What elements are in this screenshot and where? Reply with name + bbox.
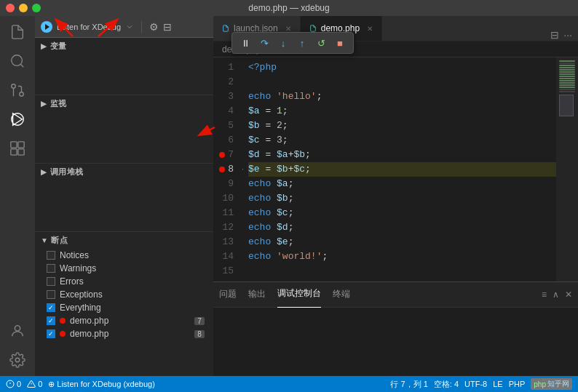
activity-icon-account[interactable] — [7, 321, 28, 341]
editor-area: launch.json ✕ demo.php ✕ ⊟ ··· demo.php … — [213, 16, 578, 376]
debug-restart-button[interactable]: ↺ — [312, 35, 330, 51]
php-text: php — [534, 380, 546, 388]
bp-everything-checkbox[interactable] — [47, 303, 55, 312]
statusbar-php-badge: php 知乎网 — [531, 378, 572, 390]
debug-pause-button[interactable]: ⏸ — [237, 35, 254, 51]
dropdown-arrow-icon[interactable] — [125, 23, 134, 31]
line-numbers: 123456789101112131415 — [213, 57, 242, 281]
statusbar-language[interactable]: PHP — [509, 380, 526, 388]
activity-icon-debug[interactable] — [7, 109, 28, 129]
bp-exceptions-label: Exceptions — [60, 289, 103, 300]
bp-notices-label: Notices — [60, 250, 89, 260]
minimap-line — [559, 71, 575, 73]
minimap-line — [559, 87, 575, 88]
code-line-14: echo 'world!'; — [248, 249, 556, 264]
bp-errors[interactable]: Errors — [35, 275, 213, 288]
debug-step-out-button[interactable]: ↑ — [293, 35, 311, 51]
tab-launch-json-close[interactable]: ✕ — [285, 25, 291, 33]
toolbar-separator — [141, 21, 142, 33]
bp-warnings-label: Warnings — [60, 263, 96, 273]
tab-demo-php-close[interactable]: ✕ — [367, 25, 373, 33]
bp-everything[interactable]: Everything — [35, 301, 213, 314]
activity-icon-files[interactable] — [7, 22, 28, 42]
window-controls[interactable] — [6, 4, 41, 12]
bp-demo-php-1-label: demo.php — [70, 316, 108, 326]
variables-chevron: ▶ — [41, 42, 47, 50]
code-line-12: echo $d; — [248, 220, 556, 235]
breakpoints-label: 断点 — [51, 235, 68, 246]
debug-step-into-button[interactable]: ↓ — [274, 35, 292, 51]
maximize-button[interactable] — [32, 4, 41, 12]
code-lines[interactable]: <?php echo 'hello';$a = 1;$b = 2;$c = 3;… — [242, 57, 556, 281]
activity-icon-extensions[interactable] — [7, 138, 28, 159]
statusbar: 0 0 ⊕ Listen for XDebug (xdebug) 行 7，列 1… — [0, 376, 578, 392]
panel-close-icon[interactable]: ✕ — [565, 289, 572, 300]
svg-point-3 — [12, 84, 16, 89]
statusbar-left: 0 0 — [6, 380, 42, 388]
statusbar-errors[interactable]: 0 — [6, 380, 21, 388]
bp-exceptions-checkbox[interactable] — [47, 290, 55, 299]
svg-marker-5 — [13, 113, 23, 126]
panel-sort-icon[interactable]: ≡ — [542, 289, 547, 300]
debug-play-button[interactable] — [41, 21, 52, 33]
watchpoints-chevron: ▶ — [41, 100, 47, 108]
bp-errors-checkbox[interactable] — [47, 277, 55, 286]
activity-icon-search[interactable] — [7, 51, 28, 71]
code-line-8: ▶$e = $b+$c; — [248, 162, 556, 177]
watchpoints-label: 监视 — [50, 98, 67, 109]
activity-icon-git[interactable] — [7, 80, 28, 100]
panel-tab-terminal[interactable]: 终端 — [333, 282, 350, 308]
minimap-line — [559, 60, 575, 62]
panel-tab-debug-console[interactable]: 调试控制台 — [277, 282, 321, 308]
debug-toolbar: Listen for XDebug ⚙ ⊟ — [35, 16, 213, 38]
zhihu-text: 知乎网 — [547, 379, 569, 389]
bp-warnings-checkbox[interactable] — [47, 264, 55, 273]
bp-demo-php-2-checkbox[interactable] — [47, 329, 55, 338]
minimap-line — [559, 69, 575, 71]
statusbar-line-ending: LE — [493, 380, 502, 388]
bp-notices[interactable]: Notices — [35, 249, 213, 262]
bottom-panel: 问题 输出 调试控制台 终端 ≡ ∧ ✕ — [213, 281, 578, 376]
watchpoints-header[interactable]: ▶ 监视 — [35, 95, 213, 112]
svg-rect-10 — [18, 149, 24, 155]
close-button[interactable] — [6, 4, 15, 12]
bp-warnings[interactable]: Warnings — [35, 262, 213, 275]
minimap-line — [559, 73, 575, 75]
minimap-line — [559, 67, 575, 68]
statusbar-spaces: 空格: 4 — [434, 379, 459, 390]
bp-exceptions[interactable]: Exceptions — [35, 288, 213, 301]
panel-tab-output[interactable]: 输出 — [248, 282, 266, 308]
breakpoints-header[interactable]: ▼ 断点 — [35, 232, 213, 249]
statusbar-warnings[interactable]: 0 — [27, 380, 42, 388]
minimize-button[interactable] — [19, 4, 28, 12]
breakpoints-section: ▼ 断点 Notices Warnings Errors — [35, 232, 213, 340]
svg-line-1 — [20, 64, 23, 67]
bp-demo-php-1[interactable]: demo.php 7 — [35, 314, 213, 327]
bp-demo-php-2[interactable]: demo.php 8 — [35, 327, 213, 340]
debug-step-over-button[interactable]: ↷ — [256, 35, 273, 51]
svg-point-11 — [15, 326, 20, 331]
callstack-header[interactable]: ▶ 调用堆栈 — [35, 164, 213, 180]
activity-bar-bottom — [7, 321, 28, 376]
bp-demo-php-2-dot — [60, 331, 66, 337]
minimap — [556, 57, 578, 281]
activity-icon-settings[interactable] — [7, 350, 28, 370]
statusbar-debug-info[interactable]: ⊕ Listen for XDebug (xdebug) — [48, 380, 155, 389]
callstack-content — [35, 180, 213, 231]
warning-icon — [27, 380, 36, 388]
sidebar: Listen for XDebug ⚙ ⊟ ▶ 变量 — [35, 16, 213, 376]
more-actions-icon[interactable]: ··· — [563, 29, 572, 41]
debug-stop-button[interactable]: ■ — [331, 35, 349, 51]
panel-expand-icon[interactable]: ∧ — [553, 289, 559, 300]
bp-everything-label: Everything — [60, 303, 101, 313]
svg-rect-7 — [11, 142, 17, 148]
gear-icon[interactable]: ⚙ — [149, 21, 159, 33]
code-line-13: echo $e; — [248, 235, 556, 249]
panel-tab-problems[interactable]: 问题 — [219, 282, 237, 308]
bp-demo-php-1-checkbox[interactable] — [47, 316, 55, 325]
split-icon[interactable]: ⊟ — [163, 21, 172, 33]
variables-header[interactable]: ▶ 变量 — [35, 38, 213, 55]
bp-notices-checkbox[interactable] — [47, 251, 55, 260]
minimap-line — [559, 78, 575, 79]
split-editor-icon[interactable]: ⊟ — [550, 29, 559, 41]
